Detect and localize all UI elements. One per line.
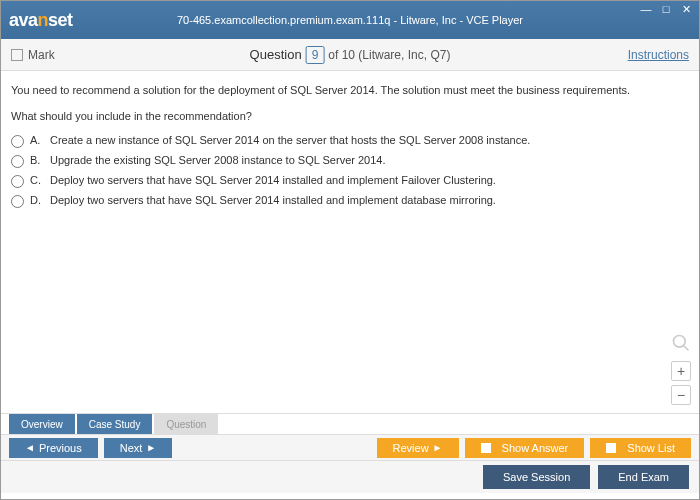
option-d-text: Deploy two servers that have SQL Server … <box>50 194 496 206</box>
review-label: Review <box>393 442 429 454</box>
svg-point-0 <box>674 336 686 348</box>
chevron-right-icon: ► <box>146 442 156 453</box>
review-button[interactable]: Review► <box>377 438 459 458</box>
option-b-text: Upgrade the existing SQL Server 2008 ins… <box>50 154 386 166</box>
option-c-radio[interactable] <box>11 175 24 188</box>
show-list-button[interactable]: Show List <box>590 438 691 458</box>
maximize-icon[interactable]: □ <box>659 3 673 16</box>
option-b-label: B. Upgrade the existing SQL Server 2008 … <box>30 154 386 166</box>
option-a-label: A. Create a new instance of SQL Server 2… <box>30 134 530 146</box>
question-bar: Mark Question 9 of 10 (Litware, Inc, Q7)… <box>1 39 699 71</box>
show-answer-button[interactable]: Show Answer <box>465 438 585 458</box>
option-c-label: C. Deploy two servers that have SQL Serv… <box>30 174 496 186</box>
option-c: C. Deploy two servers that have SQL Serv… <box>11 174 689 188</box>
option-b-radio[interactable] <box>11 155 24 168</box>
close-icon[interactable]: ✕ <box>679 3 693 16</box>
option-a: A. Create a new instance of SQL Server 2… <box>11 134 689 148</box>
tab-question[interactable]: Question <box>154 414 218 434</box>
option-a-text: Create a new instance of SQL Server 2014… <box>50 134 530 146</box>
option-a-radio[interactable] <box>11 135 24 148</box>
titlebar: avanset 70-465.examcollection.premium.ex… <box>1 1 699 39</box>
end-exam-button[interactable]: End Exam <box>598 465 689 489</box>
svg-line-1 <box>684 346 689 351</box>
nav-bar: ◄Previous Next► Review► Show Answer Show… <box>1 435 699 461</box>
question-number: 9 <box>306 46 325 64</box>
question-prompt: What should you include in the recommend… <box>11 110 689 122</box>
previous-label: Previous <box>39 442 82 454</box>
next-label: Next <box>120 442 143 454</box>
next-button[interactable]: Next► <box>104 438 173 458</box>
option-d-letter: D. <box>30 194 44 206</box>
content-area: You need to recommend a solution for the… <box>1 71 699 413</box>
question-of: of 10 (Litware, Inc, Q7) <box>328 48 450 62</box>
minimize-icon[interactable]: — <box>639 3 653 16</box>
logo: avanset <box>9 10 73 31</box>
tab-overview[interactable]: Overview <box>9 414 75 434</box>
option-c-text: Deploy two servers that have SQL Server … <box>50 174 496 186</box>
previous-button[interactable]: ◄Previous <box>9 438 98 458</box>
mark-checkbox[interactable] <box>11 49 23 61</box>
zoom-out-button[interactable]: − <box>671 385 691 405</box>
chevron-right-icon: ► <box>433 442 443 453</box>
logo-suffix: set <box>48 10 73 30</box>
zoom-controls: + − <box>671 333 691 405</box>
window-controls: — □ ✕ <box>639 3 693 16</box>
zoom-in-button[interactable]: + <box>671 361 691 381</box>
checkbox-icon <box>481 443 491 453</box>
option-a-letter: A. <box>30 134 44 146</box>
option-b-letter: B. <box>30 154 44 166</box>
tab-case-study[interactable]: Case Study <box>77 414 153 434</box>
question-text: You need to recommend a solution for the… <box>11 83 689 98</box>
option-d-label: D. Deploy two servers that have SQL Serv… <box>30 194 496 206</box>
logo-accent: n <box>38 10 49 30</box>
save-session-button[interactable]: Save Session <box>483 465 590 489</box>
question-label: Question <box>250 47 302 62</box>
options-list: A. Create a new instance of SQL Server 2… <box>11 134 689 208</box>
question-info: Question 9 of 10 (Litware, Inc, Q7) <box>250 46 451 64</box>
logo-prefix: ava <box>9 10 38 30</box>
chevron-left-icon: ◄ <box>25 442 35 453</box>
bottom-bar: Save Session End Exam <box>1 461 699 493</box>
mark-label: Mark <box>28 48 55 62</box>
option-d-radio[interactable] <box>11 195 24 208</box>
option-c-letter: C. <box>30 174 44 186</box>
checkbox-icon <box>606 443 616 453</box>
option-d: D. Deploy two servers that have SQL Serv… <box>11 194 689 208</box>
search-icon[interactable] <box>671 333 691 353</box>
show-list-label: Show List <box>627 442 675 454</box>
show-answer-label: Show Answer <box>502 442 569 454</box>
tab-bar: Overview Case Study Question <box>1 413 699 435</box>
instructions-link[interactable]: Instructions <box>628 48 689 62</box>
window-title: 70-465.examcollection.premium.exam.111q … <box>177 14 523 26</box>
option-b: B. Upgrade the existing SQL Server 2008 … <box>11 154 689 168</box>
